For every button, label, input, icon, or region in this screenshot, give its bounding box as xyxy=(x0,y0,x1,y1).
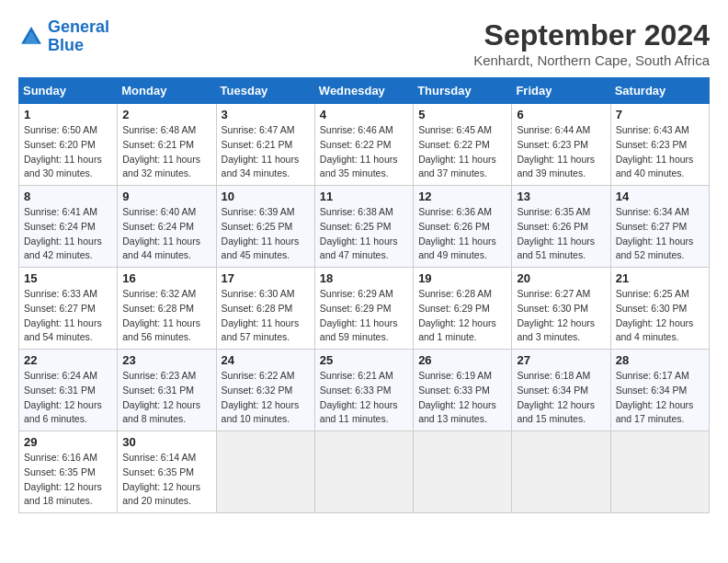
calendar-cell xyxy=(414,431,512,513)
day-info: Sunrise: 6:47 AMSunset: 6:21 PMDaylight:… xyxy=(222,123,310,181)
week-row-2: 8Sunrise: 6:41 AMSunset: 6:24 PMDaylight… xyxy=(19,186,710,268)
calendar-cell xyxy=(610,431,709,513)
day-number: 5 xyxy=(418,108,506,121)
day-number: 30 xyxy=(122,435,210,449)
day-info: Sunrise: 6:23 AMSunset: 6:31 PMDaylight:… xyxy=(122,369,210,427)
calendar-cell: 21Sunrise: 6:25 AMSunset: 6:30 PMDayligh… xyxy=(610,268,709,350)
day-number: 4 xyxy=(320,108,408,121)
day-info: Sunrise: 6:16 AMSunset: 6:35 PMDaylight:… xyxy=(24,451,112,509)
day-info: Sunrise: 6:34 AMSunset: 6:27 PMDaylight:… xyxy=(616,205,704,263)
calendar-cell: 28Sunrise: 6:17 AMSunset: 6:34 PMDayligh… xyxy=(610,350,709,431)
header: General Blue September 2024 Kenhardt, No… xyxy=(18,18,710,68)
day-info: Sunrise: 6:24 AMSunset: 6:31 PMDaylight:… xyxy=(24,369,112,427)
day-number: 14 xyxy=(616,190,704,203)
calendar-cell: 7Sunrise: 6:43 AMSunset: 6:23 PMDaylight… xyxy=(610,104,709,186)
calendar-cell xyxy=(216,431,314,513)
day-info: Sunrise: 6:28 AMSunset: 6:29 PMDaylight:… xyxy=(418,287,506,345)
calendar-cell: 22Sunrise: 6:24 AMSunset: 6:31 PMDayligh… xyxy=(19,350,118,431)
day-number: 10 xyxy=(222,190,310,203)
day-number: 6 xyxy=(517,108,605,121)
calendar-cell: 3Sunrise: 6:47 AMSunset: 6:21 PMDaylight… xyxy=(216,104,314,186)
week-row-1: 1Sunrise: 6:50 AMSunset: 6:20 PMDaylight… xyxy=(19,104,710,186)
header-day-saturday: Saturday xyxy=(610,78,709,104)
header-day-monday: Monday xyxy=(118,78,216,104)
day-info: Sunrise: 6:35 AMSunset: 6:26 PMDaylight:… xyxy=(517,205,605,263)
header-day-friday: Friday xyxy=(512,78,610,104)
day-number: 8 xyxy=(24,190,112,203)
calendar-cell: 20Sunrise: 6:27 AMSunset: 6:30 PMDayligh… xyxy=(512,268,610,350)
calendar-cell: 9Sunrise: 6:40 AMSunset: 6:24 PMDaylight… xyxy=(118,186,216,268)
day-number: 17 xyxy=(222,271,310,285)
day-number: 13 xyxy=(517,190,605,203)
header-day-wednesday: Wednesday xyxy=(314,78,413,104)
day-info: Sunrise: 6:40 AMSunset: 6:24 PMDaylight:… xyxy=(122,205,210,263)
day-number: 15 xyxy=(24,271,112,285)
calendar-cell xyxy=(512,431,610,513)
logo: General Blue xyxy=(18,18,109,55)
week-row-4: 22Sunrise: 6:24 AMSunset: 6:31 PMDayligh… xyxy=(19,350,710,431)
day-number: 20 xyxy=(517,271,605,285)
calendar-cell: 24Sunrise: 6:22 AMSunset: 6:32 PMDayligh… xyxy=(216,350,314,431)
day-info: Sunrise: 6:38 AMSunset: 6:25 PMDaylight:… xyxy=(320,205,408,263)
day-number: 16 xyxy=(122,271,210,285)
day-info: Sunrise: 6:22 AMSunset: 6:32 PMDaylight:… xyxy=(222,369,310,427)
calendar-cell xyxy=(314,431,413,513)
calendar-cell: 29Sunrise: 6:16 AMSunset: 6:35 PMDayligh… xyxy=(19,431,118,513)
calendar-cell: 16Sunrise: 6:32 AMSunset: 6:28 PMDayligh… xyxy=(118,268,216,350)
day-info: Sunrise: 6:21 AMSunset: 6:33 PMDaylight:… xyxy=(320,369,408,427)
calendar-cell: 23Sunrise: 6:23 AMSunset: 6:31 PMDayligh… xyxy=(118,350,216,431)
logo-line1: General xyxy=(48,18,109,37)
week-row-3: 15Sunrise: 6:33 AMSunset: 6:27 PMDayligh… xyxy=(19,268,710,350)
day-info: Sunrise: 6:48 AMSunset: 6:21 PMDaylight:… xyxy=(122,123,210,181)
calendar-table: SundayMondayTuesdayWednesdayThursdayFrid… xyxy=(18,77,710,513)
header-row: SundayMondayTuesdayWednesdayThursdayFrid… xyxy=(19,78,710,104)
calendar-cell: 11Sunrise: 6:38 AMSunset: 6:25 PMDayligh… xyxy=(314,186,413,268)
week-row-5: 29Sunrise: 6:16 AMSunset: 6:35 PMDayligh… xyxy=(19,431,710,513)
day-info: Sunrise: 6:46 AMSunset: 6:22 PMDaylight:… xyxy=(320,123,408,181)
calendar-cell: 5Sunrise: 6:45 AMSunset: 6:22 PMDaylight… xyxy=(414,104,512,186)
day-number: 3 xyxy=(222,108,310,121)
day-info: Sunrise: 6:19 AMSunset: 6:33 PMDaylight:… xyxy=(418,369,506,427)
day-number: 24 xyxy=(222,353,310,367)
day-info: Sunrise: 6:36 AMSunset: 6:26 PMDaylight:… xyxy=(418,205,506,263)
day-number: 1 xyxy=(24,108,112,121)
calendar-cell: 1Sunrise: 6:50 AMSunset: 6:20 PMDaylight… xyxy=(19,104,118,186)
day-number: 29 xyxy=(24,435,112,449)
day-info: Sunrise: 6:18 AMSunset: 6:34 PMDaylight:… xyxy=(517,369,605,427)
day-number: 22 xyxy=(24,353,112,367)
day-number: 2 xyxy=(122,108,210,121)
day-info: Sunrise: 6:32 AMSunset: 6:28 PMDaylight:… xyxy=(122,287,210,345)
header-day-sunday: Sunday xyxy=(19,78,118,104)
day-number: 26 xyxy=(418,353,506,367)
calendar-cell: 10Sunrise: 6:39 AMSunset: 6:25 PMDayligh… xyxy=(216,186,314,268)
calendar-body: 1Sunrise: 6:50 AMSunset: 6:20 PMDaylight… xyxy=(19,104,710,513)
day-number: 7 xyxy=(616,108,704,121)
calendar-cell: 15Sunrise: 6:33 AMSunset: 6:27 PMDayligh… xyxy=(19,268,118,350)
day-number: 23 xyxy=(122,353,210,367)
header-day-tuesday: Tuesday xyxy=(216,78,314,104)
subtitle: Kenhardt, Northern Cape, South Africa xyxy=(473,52,710,68)
day-info: Sunrise: 6:45 AMSunset: 6:22 PMDaylight:… xyxy=(418,123,506,181)
day-info: Sunrise: 6:50 AMSunset: 6:20 PMDaylight:… xyxy=(24,123,112,181)
day-info: Sunrise: 6:30 AMSunset: 6:28 PMDaylight:… xyxy=(222,287,310,345)
calendar-cell: 25Sunrise: 6:21 AMSunset: 6:33 PMDayligh… xyxy=(314,350,413,431)
day-info: Sunrise: 6:41 AMSunset: 6:24 PMDaylight:… xyxy=(24,205,112,263)
day-info: Sunrise: 6:17 AMSunset: 6:34 PMDaylight:… xyxy=(616,369,704,427)
day-number: 21 xyxy=(616,271,704,285)
day-info: Sunrise: 6:29 AMSunset: 6:29 PMDaylight:… xyxy=(320,287,408,345)
calendar-cell: 6Sunrise: 6:44 AMSunset: 6:23 PMDaylight… xyxy=(512,104,610,186)
day-info: Sunrise: 6:44 AMSunset: 6:23 PMDaylight:… xyxy=(517,123,605,181)
main-title: September 2024 xyxy=(473,18,710,52)
day-info: Sunrise: 6:14 AMSunset: 6:35 PMDaylight:… xyxy=(122,451,210,509)
header-day-thursday: Thursday xyxy=(414,78,512,104)
day-number: 11 xyxy=(320,190,408,203)
title-area: September 2024 Kenhardt, Northern Cape, … xyxy=(473,18,710,68)
day-number: 27 xyxy=(517,353,605,367)
day-number: 28 xyxy=(616,353,704,367)
calendar-cell: 13Sunrise: 6:35 AMSunset: 6:26 PMDayligh… xyxy=(512,186,610,268)
calendar-cell: 8Sunrise: 6:41 AMSunset: 6:24 PMDaylight… xyxy=(19,186,118,268)
day-info: Sunrise: 6:39 AMSunset: 6:25 PMDaylight:… xyxy=(222,205,310,263)
calendar-cell: 30Sunrise: 6:14 AMSunset: 6:35 PMDayligh… xyxy=(118,431,216,513)
calendar-cell: 19Sunrise: 6:28 AMSunset: 6:29 PMDayligh… xyxy=(414,268,512,350)
calendar-cell: 4Sunrise: 6:46 AMSunset: 6:22 PMDaylight… xyxy=(314,104,413,186)
